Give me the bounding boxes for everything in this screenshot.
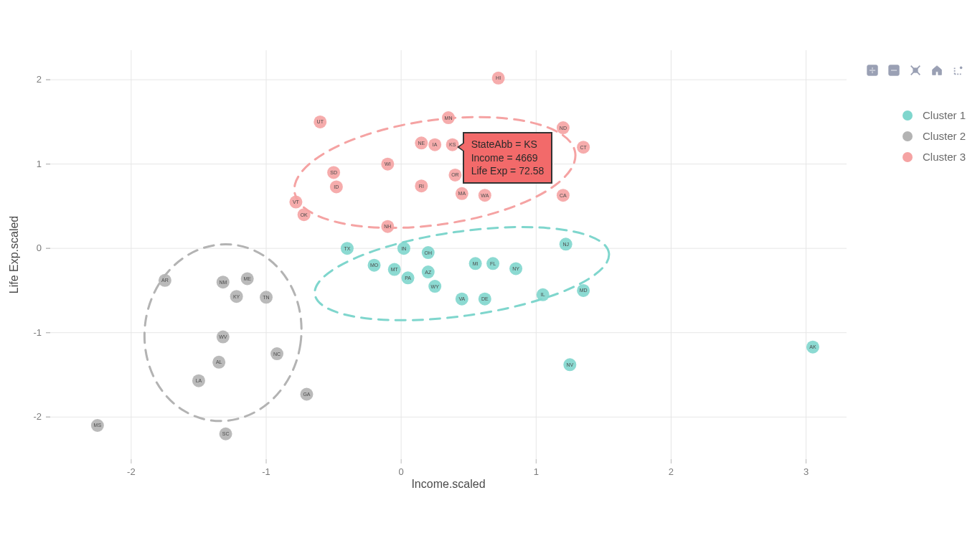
data-point[interactable]: TN [260,291,273,303]
zoom-in-icon[interactable] [865,63,880,77]
data-point[interactable]: MA [456,187,468,200]
data-point[interactable]: CA [557,189,570,202]
data-point[interactable]: NJ [560,237,573,250]
svg-text:NJ: NJ [562,242,569,247]
svg-text:OH: OH [425,250,433,255]
data-point[interactable]: NM [217,276,230,288]
svg-text:MT: MT [391,267,399,272]
svg-text:VA: VA [458,296,465,301]
data-point[interactable]: VA [456,293,468,306]
svg-text:MI: MI [473,261,479,266]
cluster-ellipse [309,211,615,336]
data-point[interactable]: MO [368,259,381,272]
data-point[interactable]: SD [327,166,340,179]
data-point[interactable]: WV [217,331,230,344]
data-point[interactable]: IA [428,138,441,151]
svg-rect-2 [870,70,876,71]
svg-rect-5 [913,68,917,72]
data-point[interactable]: AK [806,341,819,354]
legend-item-cluster-3[interactable]: Cluster 3 [903,151,966,163]
svg-text:0: 0 [37,242,42,253]
svg-text:AK: AK [809,344,816,349]
svg-text:IA: IA [433,142,438,147]
data-point[interactable]: NY [509,262,522,275]
data-point[interactable]: CT [577,141,590,154]
data-point[interactable]: ME [241,272,254,285]
spike-lines-icon[interactable] [951,63,966,77]
y-axis-title: Life Exp.scaled [8,216,20,294]
data-point[interactable]: SC [220,428,232,441]
data-point[interactable]: IN [397,242,410,255]
data-point[interactable]: AL [212,356,225,369]
data-point[interactable]: ND [557,121,570,134]
svg-text:TN: TN [263,295,269,300]
data-point[interactable]: NE [415,136,428,149]
data-point[interactable]: VT [289,196,302,209]
svg-text:CT: CT [580,145,587,150]
data-point[interactable]: AR [159,274,171,287]
svg-text:NM: NM [219,280,227,285]
svg-text:PA: PA [405,276,411,281]
legend-dot-icon [903,131,913,141]
data-point[interactable]: IL [537,288,550,301]
legend-item-cluster-2[interactable]: Cluster 2 [903,130,966,142]
x-axis-title: Income.scaled [411,478,485,490]
zoom-out-icon[interactable] [887,63,901,77]
data-point[interactable]: WA [479,189,491,202]
data-point[interactable]: UT [314,116,326,128]
tooltip-line: Income = 4669 [471,151,545,165]
data-point[interactable]: MT [388,263,401,276]
svg-text:NV: NV [566,362,573,367]
svg-text:MS: MS [94,423,102,428]
data-point[interactable]: NC [270,347,283,360]
data-point[interactable]: WY [428,280,441,293]
data-point[interactable]: KY [230,290,243,303]
svg-text:MO: MO [370,263,379,268]
data-point[interactable]: ID [330,180,343,193]
data-point[interactable]: NH [381,220,394,233]
data-point[interactable]: HI [492,72,505,85]
tooltip-line: Life Exp = 72.58 [471,164,545,178]
svg-text:FL: FL [490,261,496,266]
data-point[interactable]: MS [91,419,104,432]
legend-item-cluster-1[interactable]: Cluster 1 [903,109,966,121]
data-point[interactable]: GA [300,388,313,401]
legend-dot-icon [903,110,913,121]
svg-text:IN: IN [401,246,406,251]
data-point[interactable]: MN [442,111,455,124]
plot-toolbar [865,63,966,77]
svg-text:ND: ND [560,126,567,131]
svg-text:ID: ID [334,184,339,189]
data-point[interactable]: PA [402,271,415,284]
data-point[interactable]: MD [577,284,590,297]
svg-text:WA: WA [481,193,489,198]
scatter-plot[interactable]: -2-10123-2-1012TXINMOOHMTPAAZWYMIFLVADEN… [50,50,847,459]
legend: Cluster 1 Cluster 2 Cluster 3 [903,100,966,171]
svg-text:1: 1 [37,159,42,169]
svg-text:ME: ME [243,276,251,281]
svg-text:KS: KS [449,142,456,147]
svg-text:NE: NE [418,141,425,146]
data-point[interactable]: RI [415,179,428,192]
svg-rect-4 [891,70,897,71]
autoscale-icon[interactable] [908,63,923,77]
legend-label: Cluster 3 [923,151,966,163]
legend-dot-icon [903,152,913,162]
data-point[interactable]: AZ [422,265,435,278]
data-point[interactable]: WI [381,158,394,171]
home-icon[interactable] [930,63,944,77]
data-point[interactable]: FL [486,257,499,270]
svg-text:UT: UT [317,119,324,124]
data-point[interactable]: LA [192,375,205,387]
legend-label: Cluster 1 [923,109,966,121]
svg-text:WY: WY [431,284,440,289]
data-point[interactable]: OR [448,169,461,182]
svg-text:LA: LA [196,378,202,383]
data-point[interactable]: OK [298,208,311,221]
data-point[interactable]: NV [563,358,576,371]
data-point[interactable]: TX [341,242,354,255]
data-point[interactable]: DE [479,293,491,306]
svg-text:OK: OK [301,212,308,217]
data-point[interactable]: MI [469,257,482,270]
data-point[interactable]: OH [422,246,435,259]
